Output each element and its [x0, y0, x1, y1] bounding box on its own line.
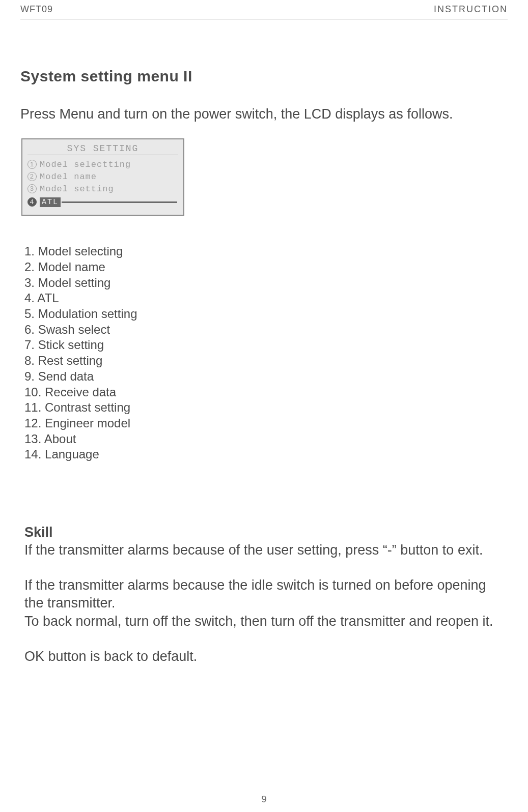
content-area: System setting menu II Press Menu and tu…: [20, 19, 508, 665]
skill-paragraph: OK button is back to default.: [24, 648, 508, 665]
skill-paragraph: If the transmitter alarms because of the…: [24, 541, 508, 559]
skill-paragraph: To back normal, turn off the switch, the…: [24, 613, 508, 630]
lcd-row-text: Model setting: [40, 184, 114, 194]
menu-item: 13. About: [24, 431, 508, 447]
menu-item: 1. Model selecting: [24, 244, 508, 259]
menu-item: 7. Stick setting: [24, 337, 508, 353]
lcd-row: 1 Model selectting: [27, 158, 178, 170]
menu-item: 12. Engineer model: [24, 416, 508, 431]
intro-text: Press Menu and turn on the power switch,…: [20, 105, 508, 123]
lcd-row-text: Model name: [40, 172, 97, 182]
lcd-row-number-selected: 4: [27, 197, 37, 207]
header-section: INSTRUCTION: [434, 4, 508, 15]
lcd-row-text-selected: ATL: [40, 197, 61, 207]
menu-item: 8. Rest setting: [24, 353, 508, 369]
menu-item: 10. Receive data: [24, 385, 508, 400]
menu-item-list: 1. Model selecting 2. Model name 3. Mode…: [24, 244, 508, 462]
menu-item: 5. Modulation setting: [24, 306, 508, 322]
lcd-title-underline: [27, 155, 178, 155]
menu-item: 14. Language: [24, 447, 508, 462]
lcd-row-number: 1: [27, 160, 37, 169]
lcd-screenshot: SYS SETTING 1 Model selectting 2 Model n…: [21, 138, 184, 216]
menu-item: 9. Send data: [24, 369, 508, 385]
menu-item: 6. Swash select: [24, 322, 508, 338]
menu-item: 11. Contrast setting: [24, 400, 508, 416]
lcd-row: 2 Model name: [27, 170, 178, 183]
lcd-row-number: 2: [27, 172, 37, 181]
lcd-row-text: Model selectting: [40, 160, 131, 169]
header-model: WFT09: [20, 4, 53, 15]
skill-section: Skill If the transmitter alarms because …: [24, 524, 508, 665]
lcd-selection-bar: [62, 201, 177, 203]
section-title: System setting menu II: [20, 68, 508, 85]
lcd-row: 3 Model setting: [27, 183, 178, 195]
skill-paragraph: If the transmitter alarms because the id…: [24, 576, 508, 612]
lcd-row-number: 3: [27, 184, 37, 193]
page-number: 9: [0, 794, 528, 805]
page-container: WFT09 INSTRUCTION System setting menu II…: [0, 0, 528, 812]
menu-item: 2. Model name: [24, 259, 508, 275]
page-header: WFT09 INSTRUCTION: [20, 0, 508, 15]
lcd-title: SYS SETTING: [27, 143, 178, 154]
skill-heading: Skill: [24, 524, 508, 541]
menu-item: 3. Model setting: [24, 275, 508, 291]
menu-item: 4. ATL: [24, 291, 508, 306]
lcd-row-selected: 4 ATL: [27, 196, 178, 208]
